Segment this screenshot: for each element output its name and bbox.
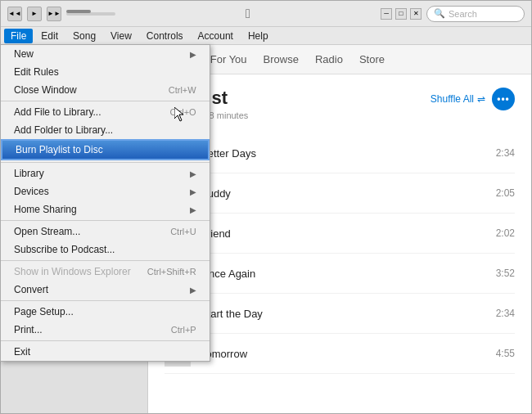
title-bar-left: ◄◄ ► ►► bbox=[7, 7, 115, 21]
menu-item-add-file[interactable]: Add File to Library... Ctrl+O bbox=[1, 103, 210, 121]
song-duration-0: 2:34 bbox=[496, 147, 515, 159]
search-icon: 🔍 bbox=[434, 8, 445, 19]
more-button[interactable]: ••• bbox=[492, 88, 515, 110]
separator-1 bbox=[1, 101, 210, 101]
tab-foryou[interactable]: For You bbox=[210, 50, 247, 69]
menu-account[interactable]: Account bbox=[192, 29, 240, 43]
shuffle-icon: ⇌ bbox=[477, 93, 485, 105]
separator-6 bbox=[1, 340, 210, 341]
menu-item-add-folder[interactable]: Add Folder to Library... bbox=[1, 121, 210, 139]
menu-item-close-window[interactable]: Close Window Ctrl+W bbox=[1, 81, 210, 99]
shortcut-open-stream: Ctrl+U bbox=[170, 227, 196, 236]
shuffle-button[interactable]: Shuffle All ⇌ bbox=[431, 93, 485, 105]
more-icon: ••• bbox=[497, 93, 510, 105]
song-duration-4: 2:34 bbox=[496, 308, 515, 319]
menu-item-open-stream[interactable]: Open Stream... Ctrl+U bbox=[1, 223, 210, 241]
arrow-icon-devices: ▶ bbox=[190, 187, 196, 196]
song-name-1: Buddy bbox=[201, 187, 496, 200]
menu-item-page-setup[interactable]: Page Setup... bbox=[1, 303, 210, 321]
song-item-3[interactable]: ♪ Once Again 3:52 bbox=[165, 254, 515, 294]
play-button[interactable]: ► bbox=[27, 7, 42, 21]
menu-song[interactable]: Song bbox=[66, 29, 102, 43]
search-placeholder: Search bbox=[449, 9, 477, 19]
maximize-button[interactable]: □ bbox=[395, 8, 407, 20]
menu-item-new[interactable]: New ▶ bbox=[1, 45, 210, 63]
playlist-header: Playlist 6 songs • 18 minutes Shuffle Al… bbox=[165, 88, 515, 120]
next-button[interactable]: ►► bbox=[47, 7, 61, 21]
song-duration-1: 2:05 bbox=[496, 187, 515, 199]
separator-2 bbox=[1, 162, 210, 163]
menu-view[interactable]: View bbox=[104, 29, 138, 43]
menu-item-burn-playlist[interactable]: Burn Playlist to Disc bbox=[1, 139, 210, 160]
menu-item-show-explorer: Show in Windows Explorer Ctrl+Shift+R bbox=[1, 263, 210, 281]
menu-item-subscribe-podcast[interactable]: Subscribe to Podcast... bbox=[1, 241, 210, 259]
menu-item-convert[interactable]: Convert ▶ bbox=[1, 281, 210, 299]
title-bar: ◄◄ ► ►►  ─ □ ✕ 🔍 Search bbox=[1, 1, 531, 27]
menu-item-devices[interactable]: Devices ▶ bbox=[1, 182, 210, 200]
menu-item-library[interactable]: Library ▶ bbox=[1, 164, 210, 182]
menu-help[interactable]: Help bbox=[241, 29, 275, 43]
title-bar-right: ─ □ ✕ 🔍 Search bbox=[381, 6, 525, 22]
minimize-button[interactable]: ─ bbox=[381, 8, 392, 20]
menu-controls[interactable]: Controls bbox=[140, 29, 190, 43]
prev-button[interactable]: ◄◄ bbox=[7, 7, 22, 21]
playlist-controls: Shuffle All ⇌ ••• bbox=[431, 88, 515, 110]
song-item-5[interactable]: ♪ Tomorrow 4:55 bbox=[165, 334, 515, 374]
arrow-icon-home-sharing: ▶ bbox=[190, 205, 196, 214]
song-name-5: Tomorrow bbox=[201, 348, 496, 360]
separator-5 bbox=[1, 300, 210, 301]
song-name-4: Start the Day bbox=[201, 308, 496, 320]
arrow-icon-new: ▶ bbox=[190, 50, 196, 59]
title-bar-center:  bbox=[246, 7, 250, 21]
menu-bar: File Edit Song View Controls Account Hel… bbox=[1, 27, 531, 45]
close-button[interactable]: ✕ bbox=[410, 8, 422, 20]
song-name-0: Better Days bbox=[201, 147, 496, 160]
menu-item-edit-rules[interactable]: Edit Rules bbox=[1, 63, 210, 81]
volume-slider[interactable] bbox=[66, 12, 115, 16]
menu-item-home-sharing[interactable]: Home Sharing ▶ bbox=[1, 200, 210, 218]
menu-item-exit[interactable]: Exit bbox=[1, 343, 210, 361]
tab-store[interactable]: Store bbox=[359, 50, 385, 69]
apple-logo:  bbox=[246, 7, 250, 21]
song-duration-3: 3:52 bbox=[496, 268, 515, 279]
window-controls: ─ □ ✕ bbox=[381, 8, 422, 20]
song-duration-5: 4:55 bbox=[496, 348, 515, 359]
song-item-1[interactable]: ♪ Buddy 2:05 bbox=[165, 173, 515, 214]
shuffle-label: Shuffle All bbox=[431, 93, 474, 105]
tab-browse[interactable]: Browse bbox=[264, 50, 299, 69]
song-name-3: Once Again bbox=[201, 268, 496, 280]
song-list: ♪ Better Days 2:34 ♪ Buddy 2:05 bbox=[165, 133, 515, 374]
search-box[interactable]: 🔍 Search bbox=[426, 6, 525, 22]
arrow-icon-convert: ▶ bbox=[190, 286, 196, 295]
tab-radio[interactable]: Radio bbox=[315, 50, 343, 69]
song-item-2[interactable]: ♪ Friend 2:02 bbox=[165, 214, 515, 254]
arrow-icon-library: ▶ bbox=[190, 169, 196, 178]
song-duration-2: 2:02 bbox=[496, 227, 515, 239]
shortcut-show-explorer: Ctrl+Shift+R bbox=[147, 267, 196, 277]
song-item-4[interactable]: ♪ Start the Day 2:34 bbox=[165, 294, 515, 334]
file-dropdown-menu: New ▶ Edit Rules Close Window Ctrl+W Add… bbox=[0, 44, 210, 362]
song-name-2: Friend bbox=[201, 227, 496, 240]
separator-3 bbox=[1, 220, 210, 221]
shortcut-close-window: Ctrl+W bbox=[169, 85, 196, 95]
song-item-0[interactable]: ♪ Better Days 2:34 bbox=[165, 133, 515, 173]
menu-file[interactable]: File bbox=[4, 29, 33, 43]
separator-4 bbox=[1, 260, 210, 261]
menu-edit[interactable]: Edit bbox=[34, 29, 65, 43]
shortcut-add-file: Ctrl+O bbox=[170, 107, 196, 117]
menu-item-print[interactable]: Print... Ctrl+P bbox=[1, 321, 210, 339]
shortcut-print: Ctrl+P bbox=[171, 325, 196, 335]
